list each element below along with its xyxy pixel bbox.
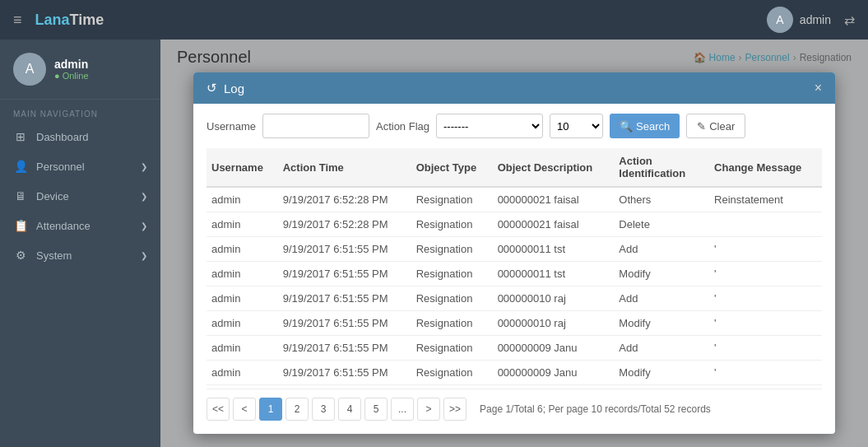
cell-change-message: ' bbox=[709, 361, 822, 385]
cell-object-description: 000000009 Janu bbox=[493, 361, 615, 385]
sidebar: A admin ● Online MAIN NAVIGATION ⊞ Dashb… bbox=[0, 40, 160, 447]
cell-action-id: Add bbox=[614, 237, 709, 262]
cell-object-type: Resignation bbox=[411, 361, 493, 385]
cell-object-type: Resignation bbox=[411, 187, 493, 212]
modal-close-button[interactable]: × bbox=[815, 81, 822, 95]
table-head: Username Action Time Object Type Object … bbox=[207, 148, 822, 187]
cell-username: admin bbox=[207, 311, 278, 336]
sidebar-item-label: Attendance bbox=[36, 220, 91, 232]
table-row: admin 9/19/2017 6:51:55 PM Resignation 0… bbox=[207, 286, 822, 311]
page-next-button[interactable]: > bbox=[417, 398, 440, 421]
cell-action-id: Modify bbox=[614, 361, 709, 385]
log-table: Username Action Time Object Type Object … bbox=[207, 148, 822, 385]
share-icon[interactable]: ⇄ bbox=[844, 12, 855, 28]
cell-change-message: ' bbox=[709, 237, 822, 262]
cell-change-message: ' bbox=[709, 311, 822, 336]
cell-change-message bbox=[709, 212, 822, 237]
page-5-button[interactable]: 5 bbox=[364, 398, 388, 421]
cell-object-description: 000000010 raj bbox=[493, 311, 615, 336]
pagination-row: << < 1 2 3 4 5 ... > >> Page 1/Total 6; … bbox=[207, 389, 822, 424]
cell-action-id: Modify bbox=[614, 262, 709, 286]
brand-logo: LanaTime bbox=[35, 12, 104, 29]
cell-username: admin bbox=[207, 187, 278, 212]
clear-button[interactable]: ✎ Clear bbox=[686, 114, 745, 138]
cell-action-time: 9/19/2017 6:51:55 PM bbox=[278, 311, 411, 336]
cell-action-time: 9/19/2017 6:51:55 PM bbox=[278, 361, 411, 385]
table-row: admin 9/19/2017 6:51:55 PM Resignation 0… bbox=[207, 311, 822, 336]
table-row: admin 9/19/2017 6:51:55 PM Resignation 0… bbox=[207, 262, 822, 286]
col-object-description: Object Description bbox=[493, 148, 615, 187]
action-flag-label: Action Flag bbox=[376, 120, 429, 133]
admin-user-menu[interactable]: A admin bbox=[767, 7, 831, 33]
action-flag-select[interactable]: ------- Add Modify Delete Others bbox=[436, 114, 543, 138]
cell-object-type: Resignation bbox=[411, 286, 493, 311]
sidebar-item-personnel[interactable]: 👤 Personnel ❯ bbox=[0, 151, 160, 181]
username-filter-label: Username bbox=[207, 120, 256, 133]
cell-change-message: ' bbox=[709, 336, 822, 361]
cell-object-description: 000000021 faisal bbox=[493, 187, 615, 212]
sidebar-item-label: Device bbox=[36, 190, 69, 203]
cell-username: admin bbox=[207, 237, 278, 262]
search-icon: 🔍 bbox=[620, 120, 633, 133]
col-change-message: Change Message bbox=[709, 148, 822, 187]
cell-action-id: Add bbox=[614, 286, 709, 311]
col-username: Username bbox=[207, 148, 278, 187]
page-ellipsis-button[interactable]: ... bbox=[391, 398, 414, 421]
col-action-id: ActionIdentification bbox=[614, 148, 709, 187]
cell-action-time: 9/19/2017 6:51:55 PM bbox=[278, 336, 411, 361]
dashboard-icon: ⊞ bbox=[13, 130, 28, 143]
page-prev-button[interactable]: < bbox=[233, 398, 256, 421]
sidebar-item-attendance[interactable]: 📋 Attendance ❯ bbox=[0, 211, 160, 240]
cell-username: admin bbox=[207, 262, 278, 286]
admin-label: admin bbox=[800, 13, 831, 26]
pagination-info: Page 1/Total 6; Per page 10 records/Tota… bbox=[480, 403, 711, 415]
device-icon: 🖥 bbox=[13, 189, 28, 203]
log-icon: ↺ bbox=[207, 81, 217, 95]
modal-header: ↺ Log × bbox=[193, 72, 835, 104]
page-first-button[interactable]: << bbox=[207, 398, 230, 421]
cell-object-description: 000000011 tst bbox=[493, 262, 615, 286]
clear-icon: ✎ bbox=[697, 120, 706, 133]
cell-action-id: Delete bbox=[614, 212, 709, 237]
search-button[interactable]: 🔍 Search bbox=[610, 114, 680, 138]
cell-object-type: Resignation bbox=[411, 237, 493, 262]
sidebar-user-info: A admin ● Online bbox=[0, 40, 160, 100]
cell-username: admin bbox=[207, 336, 278, 361]
page-2-button[interactable]: 2 bbox=[285, 398, 309, 421]
chevron-right-icon: ❯ bbox=[141, 251, 147, 260]
sidebar-status: ● Online bbox=[54, 71, 89, 81]
cell-object-description: 000000021 faisal bbox=[493, 212, 615, 237]
per-page-select[interactable]: 10 20 50 100 bbox=[550, 114, 603, 138]
cell-change-message: ' bbox=[709, 286, 822, 311]
filter-row: Username Action Flag ------- Add Modify … bbox=[207, 114, 822, 138]
cell-username: admin bbox=[207, 286, 278, 311]
hamburger-icon[interactable]: ≡ bbox=[13, 12, 22, 29]
cell-change-message: ' bbox=[709, 262, 822, 286]
cell-object-type: Resignation bbox=[411, 311, 493, 336]
log-modal: ↺ Log × Username Action Flag ------- Add… bbox=[193, 72, 835, 434]
table-row: admin 9/19/2017 6:51:55 PM Resignation 0… bbox=[207, 361, 822, 385]
cell-object-description: 000000009 Janu bbox=[493, 336, 615, 361]
sidebar-item-system[interactable]: ⚙ System ❯ bbox=[0, 240, 160, 270]
cell-object-type: Resignation bbox=[411, 212, 493, 237]
page-1-button[interactable]: 1 bbox=[259, 398, 282, 421]
system-icon: ⚙ bbox=[13, 249, 28, 262]
sidebar-avatar: A bbox=[13, 53, 46, 86]
page-3-button[interactable]: 3 bbox=[312, 398, 335, 421]
cell-action-time: 9/19/2017 6:51:55 PM bbox=[278, 286, 411, 311]
cell-action-time: 9/19/2017 6:51:55 PM bbox=[278, 237, 411, 262]
sidebar-item-dashboard[interactable]: ⊞ Dashboard bbox=[0, 122, 160, 151]
table-row: admin 9/19/2017 6:52:28 PM Resignation 0… bbox=[207, 187, 822, 212]
page-4-button[interactable]: 4 bbox=[338, 398, 361, 421]
page-last-button[interactable]: >> bbox=[443, 398, 466, 421]
username-input[interactable] bbox=[262, 114, 369, 138]
table-body: admin 9/19/2017 6:52:28 PM Resignation 0… bbox=[207, 187, 822, 385]
sidebar-item-device[interactable]: 🖥 Device ❯ bbox=[0, 181, 160, 211]
personnel-icon: 👤 bbox=[13, 160, 28, 173]
sidebar-item-label: System bbox=[36, 249, 72, 262]
chevron-right-icon: ❯ bbox=[141, 162, 147, 171]
modal-body: Username Action Flag ------- Add Modify … bbox=[193, 104, 835, 434]
log-table-wrapper: Username Action Time Object Type Object … bbox=[207, 148, 822, 385]
sidebar-section-label: MAIN NAVIGATION bbox=[0, 100, 160, 122]
cell-object-description: 000000011 tst bbox=[493, 237, 615, 262]
